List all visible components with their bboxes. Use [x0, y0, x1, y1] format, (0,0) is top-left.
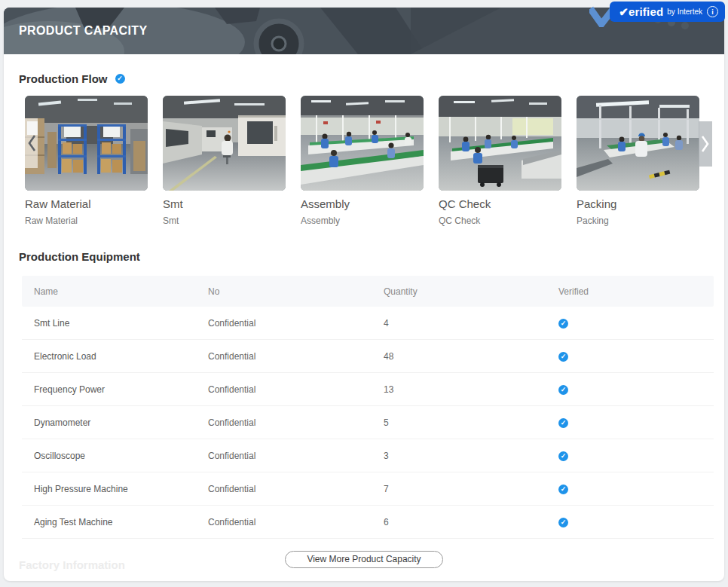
flow-subtitle: Packing: [577, 216, 699, 226]
col-verified: Verified: [558, 286, 714, 297]
equipment-table: Name No Quantity Verified Smt Line Confi…: [22, 276, 714, 539]
flow-subtitle: Raw Material: [25, 216, 148, 226]
equipment-name-cell: Aging Test Machine: [34, 517, 208, 527]
verified-seal-icon: [558, 352, 568, 362]
equipment-quantity-cell: 13: [384, 384, 558, 395]
equipment-no-cell: Confidential: [208, 384, 384, 395]
production-flow-title: Production Flow: [19, 72, 108, 85]
verified-label: erified: [629, 6, 663, 17]
flow-title: QC Check: [439, 197, 561, 210]
flow-title: Packing: [577, 197, 699, 210]
col-quantity: Quantity: [384, 286, 558, 297]
equipment-name-cell: Frequency Power: [34, 384, 208, 395]
chevron-right-icon: [700, 134, 711, 154]
packing-photo[interactable]: [577, 96, 699, 191]
table-row: Oscilloscope Confidential 3: [22, 439, 714, 472]
flow-title: Smt: [163, 197, 286, 210]
flow-card-assembly: Assembly Assembly: [301, 96, 424, 226]
verified-seal-icon: [558, 385, 568, 395]
equipment-quantity-cell: 4: [384, 318, 558, 329]
verified-seal-icon: [558, 451, 568, 461]
equipment-no-cell: Confidential: [208, 517, 384, 527]
equipment-table-header: Name No Quantity Verified: [22, 276, 714, 307]
verified-check-glyph: ✔: [619, 6, 629, 17]
assembly-photo[interactable]: [301, 96, 424, 191]
by-intertek-label: by Intertek: [667, 8, 702, 16]
equipment-name-cell: Dynamometer: [34, 417, 208, 428]
equipment-name-cell: Oscilloscope: [34, 451, 208, 461]
equipment-quantity-cell: 3: [384, 451, 558, 461]
intertek-verified-badge: ✔erified by Intertek i: [610, 2, 725, 22]
flow-title: Raw Material: [25, 197, 148, 210]
equipment-name-cell: High Pressure Machine: [34, 484, 208, 494]
equipment-quantity-cell: 48: [384, 351, 558, 362]
flow-card-packing: Packing Packing: [577, 96, 699, 226]
verified-seal-icon: [115, 74, 125, 84]
flow-subtitle: Smt: [163, 216, 286, 226]
info-icon[interactable]: i: [707, 6, 718, 17]
equipment-quantity-cell: 6: [384, 517, 558, 527]
equipment-no-cell: Confidential: [208, 451, 384, 461]
verified-seal-icon: [558, 485, 568, 494]
equipment-name-cell: Electronic Load: [34, 351, 208, 362]
col-no: No: [208, 286, 384, 297]
product-capacity-panel: PRODUCT CAPACITY Production Flow: [4, 8, 724, 581]
table-row: Dynamometer Confidential 5: [22, 406, 714, 439]
raw-material-photo[interactable]: [25, 96, 148, 191]
table-row: Frequency Power Confidential 13: [22, 373, 714, 406]
production-flow-header: Production Flow: [19, 72, 724, 85]
verified-seal-icon: [558, 418, 568, 428]
table-row: Smt Line Confidential 4: [22, 307, 714, 340]
flow-title: Assembly: [301, 197, 424, 210]
flow-card-smt: Smt Smt: [163, 96, 286, 226]
equipment-no-cell: Confidential: [208, 417, 384, 428]
equipment-quantity-cell: 7: [384, 484, 558, 494]
chevron-left-icon: [26, 133, 37, 153]
equipment-no-cell: Confidential: [208, 351, 384, 362]
production-equipment-title: Production Equipment: [19, 250, 140, 263]
carousel-next-button[interactable]: [699, 121, 712, 167]
table-row: High Pressure Machine Confidential 7: [22, 472, 714, 506]
flow-card-raw-material: Raw Material Raw Material: [25, 96, 148, 226]
next-section-title: Factory Information: [19, 558, 125, 571]
table-row: Aging Test Machine Confidential 6: [22, 506, 714, 539]
flow-subtitle: Assembly: [301, 216, 424, 226]
equipment-name-cell: Smt Line: [34, 318, 208, 329]
carousel-prev-button[interactable]: [25, 118, 38, 168]
equipment-no-cell: Confidential: [208, 318, 384, 329]
flow-card-qc-check: QC Check QC Check: [439, 96, 561, 226]
qc-check-photo[interactable]: [439, 96, 561, 191]
verified-seal-icon: [558, 518, 568, 527]
table-row: Electronic Load Confidential 48: [22, 340, 714, 373]
verified-seal-icon: [558, 319, 568, 329]
col-name: Name: [34, 286, 208, 297]
production-equipment-header: Production Equipment: [19, 250, 724, 263]
view-more-product-capacity-button[interactable]: View More Product Capacity: [285, 551, 442, 568]
production-flow-carousel: Raw Material Raw Material: [4, 96, 724, 226]
equipment-no-cell: Confidential: [208, 484, 384, 494]
equipment-quantity-cell: 5: [384, 417, 558, 428]
smt-photo[interactable]: [163, 96, 286, 191]
page-title: PRODUCT CAPACITY: [19, 24, 148, 38]
flow-subtitle: QC Check: [439, 216, 561, 226]
